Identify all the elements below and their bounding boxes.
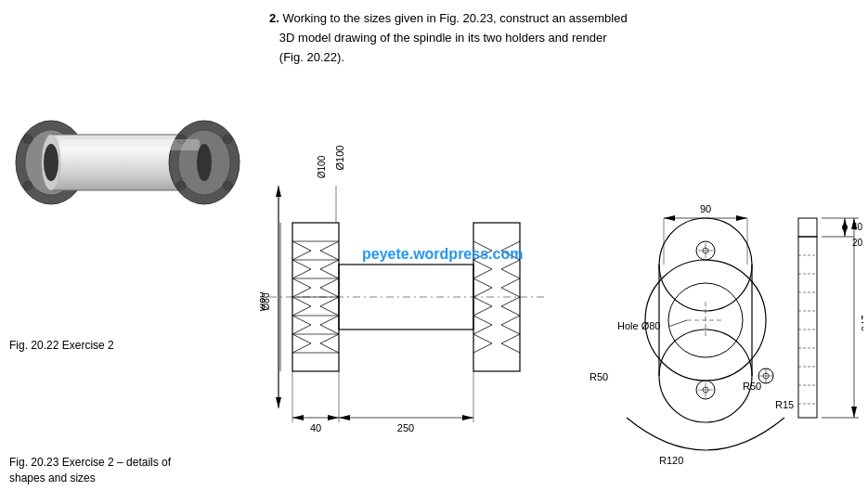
svg-marker-21 xyxy=(276,186,281,197)
svg-marker-67 xyxy=(664,215,675,221)
svg-point-46 xyxy=(659,218,752,311)
svg-text:40: 40 xyxy=(310,422,321,433)
svg-point-2 xyxy=(23,135,32,144)
svg-marker-83 xyxy=(842,226,848,237)
svg-point-4 xyxy=(23,181,32,190)
spindle-3d-svg xyxy=(9,56,241,260)
fig-caption-2: Fig. 20.23 Exercise 2 – details of shape… xyxy=(9,455,195,486)
svg-text:170: 170 xyxy=(860,315,863,331)
svg-point-14 xyxy=(223,181,232,190)
svg-text:250: 250 xyxy=(397,422,414,433)
svg-marker-41 xyxy=(462,415,473,420)
svg-point-47 xyxy=(659,330,752,422)
svg-text:Ø80: Ø80 xyxy=(261,292,271,310)
svg-text:Ø100: Ø100 xyxy=(334,146,345,171)
svg-marker-40 xyxy=(339,415,350,420)
svg-marker-37 xyxy=(328,415,339,420)
svg-text:R15: R15 xyxy=(775,399,794,410)
svg-text:Hole Ø80: Hole Ø80 xyxy=(617,320,660,331)
svg-point-16 xyxy=(44,144,58,181)
svg-rect-15 xyxy=(60,139,200,150)
svg-point-13 xyxy=(176,181,186,190)
svg-marker-36 xyxy=(292,415,304,420)
svg-marker-22 xyxy=(276,397,281,408)
svg-text:Ø100: Ø100 xyxy=(317,155,327,178)
fig-caption-1: Fig. 20.22 Exercise 2 xyxy=(9,339,114,352)
instruction-text: Working to the sizes given in Fig. 20.23… xyxy=(269,11,628,64)
svg-rect-90 xyxy=(798,237,817,418)
svg-text:R50: R50 xyxy=(589,371,608,382)
svg-rect-100 xyxy=(798,218,817,237)
svg-marker-68 xyxy=(736,215,747,221)
svg-text:R120: R120 xyxy=(659,455,683,466)
instruction-block: 2. Working to the sizes given in Fig. 20… xyxy=(269,9,859,67)
svg-line-73 xyxy=(668,320,687,327)
technical-drawing-svg: Ø80 Ø100 40 xyxy=(260,130,863,492)
technical-drawing: Ø80 Ø100 40 xyxy=(260,130,863,492)
svg-point-17 xyxy=(197,144,212,181)
svg-text:R50: R50 xyxy=(743,381,761,392)
svg-point-12 xyxy=(223,135,232,144)
3d-model-area xyxy=(9,56,251,278)
svg-marker-88 xyxy=(851,407,857,418)
svg-text:90: 90 xyxy=(700,203,711,214)
question-number: 2. xyxy=(269,11,279,25)
